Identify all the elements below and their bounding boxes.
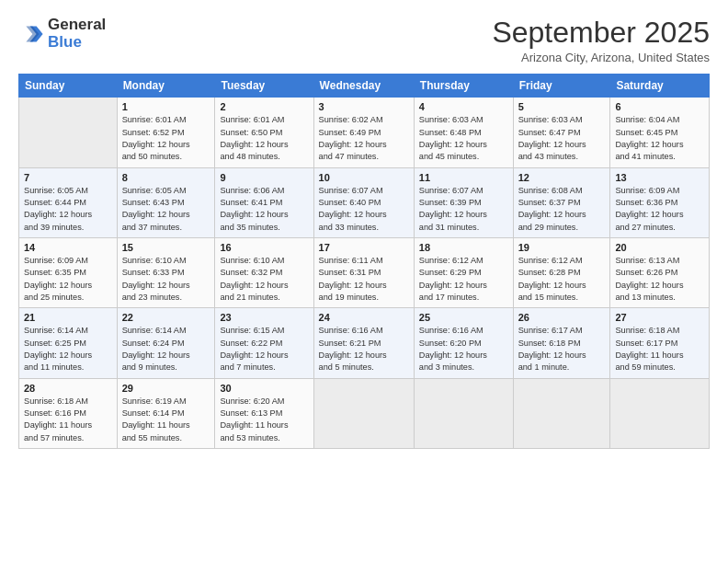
week-row-1: 1Sunrise: 6:01 AM Sunset: 6:52 PM Daylig… — [19, 98, 710, 167]
day-cell: 15Sunrise: 6:10 AM Sunset: 6:33 PM Dayli… — [117, 237, 215, 307]
title-block: September 2025 Arizona City, Arizona, Un… — [492, 17, 710, 64]
day-cell: 18Sunrise: 6:12 AM Sunset: 6:29 PM Dayli… — [414, 237, 513, 307]
day-number: 27 — [615, 312, 704, 323]
calendar-header: Sunday Monday Tuesday Wednesday Thursday… — [19, 75, 710, 98]
day-number: 19 — [518, 242, 606, 253]
calendar-body: 1Sunrise: 6:01 AM Sunset: 6:52 PM Daylig… — [19, 98, 710, 449]
day-cell: 4Sunrise: 6:03 AM Sunset: 6:48 PM Daylig… — [414, 98, 513, 167]
day-cell: 23Sunrise: 6:15 AM Sunset: 6:22 PM Dayli… — [215, 308, 313, 378]
day-info: Sunrise: 6:08 AM Sunset: 6:37 PM Dayligh… — [518, 185, 606, 234]
day-cell: 10Sunrise: 6:07 AM Sunset: 6:40 PM Dayli… — [313, 167, 414, 237]
week-row-2: 7Sunrise: 6:05 AM Sunset: 6:44 PM Daylig… — [19, 167, 710, 237]
day-number: 20 — [615, 242, 704, 253]
day-info: Sunrise: 6:06 AM Sunset: 6:41 PM Dayligh… — [220, 185, 308, 234]
day-cell: 26Sunrise: 6:17 AM Sunset: 6:18 PM Dayli… — [513, 308, 610, 378]
day-number: 30 — [220, 383, 308, 394]
day-number: 22 — [122, 312, 210, 323]
day-number: 28 — [24, 383, 112, 394]
day-cell: 5Sunrise: 6:03 AM Sunset: 6:47 PM Daylig… — [513, 98, 610, 167]
day-cell: 11Sunrise: 6:07 AM Sunset: 6:39 PM Dayli… — [414, 167, 513, 237]
day-number: 21 — [24, 312, 112, 323]
day-info: Sunrise: 6:18 AM Sunset: 6:16 PM Dayligh… — [24, 396, 112, 444]
day-number: 6 — [615, 101, 704, 112]
day-info: Sunrise: 6:09 AM Sunset: 6:36 PM Dayligh… — [615, 185, 704, 234]
logo-icon — [18, 21, 44, 47]
logo-text: General Blue — [48, 17, 106, 51]
day-cell: 12Sunrise: 6:08 AM Sunset: 6:37 PM Dayli… — [513, 167, 610, 237]
day-number: 4 — [419, 101, 508, 112]
day-info: Sunrise: 6:16 AM Sunset: 6:20 PM Dayligh… — [419, 325, 508, 373]
day-cell: 13Sunrise: 6:09 AM Sunset: 6:36 PM Dayli… — [610, 167, 710, 237]
week-row-4: 21Sunrise: 6:14 AM Sunset: 6:25 PM Dayli… — [19, 308, 710, 378]
day-number: 15 — [122, 242, 210, 253]
logo-blue: Blue — [48, 33, 82, 51]
day-info: Sunrise: 6:18 AM Sunset: 6:17 PM Dayligh… — [615, 325, 704, 373]
day-cell: 20Sunrise: 6:13 AM Sunset: 6:26 PM Dayli… — [610, 237, 710, 307]
day-cell — [313, 378, 414, 448]
col-thursday: Thursday — [414, 75, 513, 98]
day-info: Sunrise: 6:02 AM Sunset: 6:49 PM Dayligh… — [319, 114, 409, 163]
day-number: 5 — [518, 101, 606, 112]
day-info: Sunrise: 6:15 AM Sunset: 6:22 PM Dayligh… — [220, 325, 308, 373]
day-cell: 24Sunrise: 6:16 AM Sunset: 6:21 PM Dayli… — [313, 308, 414, 378]
day-info: Sunrise: 6:10 AM Sunset: 6:33 PM Dayligh… — [122, 255, 210, 304]
logo-general: General — [48, 16, 106, 33]
day-cell — [19, 98, 118, 167]
day-number: 23 — [220, 312, 308, 323]
day-number: 26 — [518, 312, 606, 323]
calendar-page: General Blue September 2025 Arizona City… — [0, 0, 728, 563]
day-number: 8 — [122, 172, 210, 183]
day-info: Sunrise: 6:07 AM Sunset: 6:39 PM Dayligh… — [419, 185, 508, 234]
day-number: 17 — [319, 242, 409, 253]
day-number: 13 — [615, 172, 704, 183]
day-cell: 2Sunrise: 6:01 AM Sunset: 6:50 PM Daylig… — [215, 98, 313, 167]
col-tuesday: Tuesday — [215, 75, 313, 98]
day-number: 25 — [419, 312, 508, 323]
day-cell — [513, 378, 610, 448]
header: General Blue September 2025 Arizona City… — [18, 17, 710, 64]
day-cell: 7Sunrise: 6:05 AM Sunset: 6:44 PM Daylig… — [19, 167, 118, 237]
day-info: Sunrise: 6:13 AM Sunset: 6:26 PM Dayligh… — [615, 255, 704, 304]
day-info: Sunrise: 6:19 AM Sunset: 6:14 PM Dayligh… — [122, 396, 210, 444]
day-number: 18 — [419, 242, 508, 253]
col-friday: Friday — [513, 75, 610, 98]
day-number: 16 — [220, 242, 308, 253]
day-number: 29 — [122, 383, 210, 394]
day-info: Sunrise: 6:01 AM Sunset: 6:50 PM Dayligh… — [220, 114, 308, 163]
col-sunday: Sunday — [19, 75, 118, 98]
day-info: Sunrise: 6:14 AM Sunset: 6:24 PM Dayligh… — [122, 325, 210, 373]
day-cell: 19Sunrise: 6:12 AM Sunset: 6:28 PM Dayli… — [513, 237, 610, 307]
day-info: Sunrise: 6:05 AM Sunset: 6:43 PM Dayligh… — [122, 185, 210, 234]
week-row-5: 28Sunrise: 6:18 AM Sunset: 6:16 PM Dayli… — [19, 378, 710, 448]
day-info: Sunrise: 6:05 AM Sunset: 6:44 PM Dayligh… — [24, 185, 112, 234]
day-cell: 21Sunrise: 6:14 AM Sunset: 6:25 PM Dayli… — [19, 308, 118, 378]
day-info: Sunrise: 6:14 AM Sunset: 6:25 PM Dayligh… — [24, 325, 112, 373]
day-number: 24 — [319, 312, 409, 323]
day-info: Sunrise: 6:03 AM Sunset: 6:47 PM Dayligh… — [518, 114, 606, 163]
day-number: 1 — [122, 101, 210, 112]
col-saturday: Saturday — [610, 75, 710, 98]
day-cell: 28Sunrise: 6:18 AM Sunset: 6:16 PM Dayli… — [19, 378, 118, 448]
day-number: 14 — [24, 242, 112, 253]
day-info: Sunrise: 6:16 AM Sunset: 6:21 PM Dayligh… — [319, 325, 409, 373]
day-cell: 1Sunrise: 6:01 AM Sunset: 6:52 PM Daylig… — [117, 98, 215, 167]
day-info: Sunrise: 6:03 AM Sunset: 6:48 PM Dayligh… — [419, 114, 508, 163]
day-cell: 29Sunrise: 6:19 AM Sunset: 6:14 PM Dayli… — [117, 378, 215, 448]
day-cell: 27Sunrise: 6:18 AM Sunset: 6:17 PM Dayli… — [610, 308, 710, 378]
location: Arizona City, Arizona, United States — [492, 51, 710, 64]
day-cell: 14Sunrise: 6:09 AM Sunset: 6:35 PM Dayli… — [19, 237, 118, 307]
month-title: September 2025 — [492, 17, 710, 49]
day-info: Sunrise: 6:20 AM Sunset: 6:13 PM Dayligh… — [220, 396, 308, 444]
day-cell — [610, 378, 710, 448]
header-row: Sunday Monday Tuesday Wednesday Thursday… — [19, 75, 710, 98]
day-cell: 30Sunrise: 6:20 AM Sunset: 6:13 PM Dayli… — [215, 378, 313, 448]
calendar-table: Sunday Monday Tuesday Wednesday Thursday… — [18, 74, 710, 449]
day-number: 9 — [220, 172, 308, 183]
day-info: Sunrise: 6:01 AM Sunset: 6:52 PM Dayligh… — [122, 114, 210, 163]
day-info: Sunrise: 6:17 AM Sunset: 6:18 PM Dayligh… — [518, 325, 606, 373]
week-row-3: 14Sunrise: 6:09 AM Sunset: 6:35 PM Dayli… — [19, 237, 710, 307]
day-info: Sunrise: 6:09 AM Sunset: 6:35 PM Dayligh… — [24, 255, 112, 304]
day-cell: 9Sunrise: 6:06 AM Sunset: 6:41 PM Daylig… — [215, 167, 313, 237]
day-cell: 25Sunrise: 6:16 AM Sunset: 6:20 PM Dayli… — [414, 308, 513, 378]
day-number: 7 — [24, 172, 112, 183]
